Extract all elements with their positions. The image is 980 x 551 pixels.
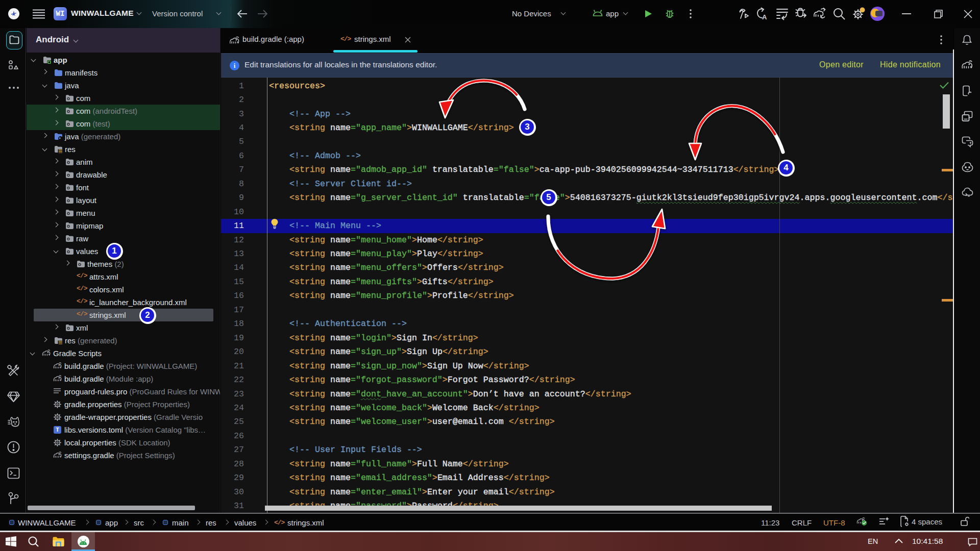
- svg-text:*: *: [59, 136, 61, 140]
- svg-text:A: A: [762, 13, 767, 21]
